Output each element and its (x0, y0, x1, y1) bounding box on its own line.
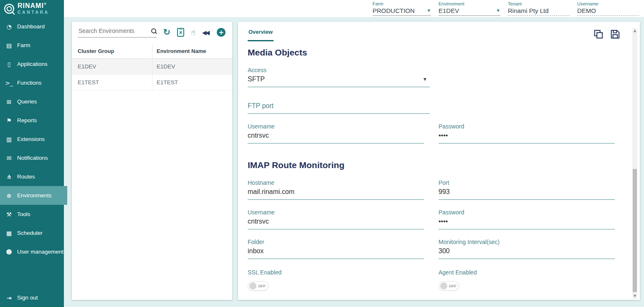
sidebar-item-label: Functions (17, 80, 42, 86)
sidebar-item-label: Extensions (17, 136, 45, 142)
sidebar-item-functions[interactable]: >_ Functions (0, 73, 64, 92)
tenant-label: Tenant (508, 1, 570, 7)
media-password-value: •••• (439, 132, 448, 139)
brand-subname: CANTARA (18, 10, 49, 15)
media-credentials-row: Username cntrsvc Password •••• (248, 114, 615, 143)
sidebar-item-queries[interactable]: ⊞ Queries (0, 92, 64, 111)
sidebar-item-reports[interactable]: ⚑ Reports (0, 111, 64, 130)
rinami-logo-icon (3, 3, 15, 15)
sidebar-item-notifications[interactable]: ✉ Notifications (0, 148, 64, 167)
environments-list-panel: ↻ x ☝ ◀◀ + Cluster Group Environment Nam… (72, 22, 232, 300)
sidebar-item-sign-out[interactable]: ⇥ Sign out (0, 288, 64, 307)
farm-server-icon: ▤ (5, 42, 13, 49)
table-grid-icon: ⊞ (5, 98, 13, 105)
scrollbar-thumb[interactable] (633, 169, 637, 292)
imap-port-label: Port (439, 179, 615, 186)
environment-select[interactable]: Environment E1DEV ▼ (439, 1, 500, 17)
search-input[interactable] (78, 27, 150, 35)
terminal-icon: >_ (5, 80, 13, 86)
select-hand-icon[interactable]: ☝ (191, 29, 195, 36)
users-icon: ☻ (5, 249, 13, 255)
imap-folder-label: Folder (248, 239, 424, 245)
imap-username-value: cntrsvc (248, 218, 269, 225)
wrench-icon: ⚒ (5, 211, 13, 218)
sidebar-item-environments[interactable]: ⊕ Environments (0, 186, 67, 205)
refresh-icon[interactable]: ↻ (163, 28, 171, 37)
media-username-field[interactable]: Username cntrsvc (248, 123, 424, 143)
table-header: Cluster Group Environment Name (72, 44, 232, 59)
imap-credentials-row: Username cntrsvc Password •••• (248, 200, 615, 229)
imap-folder-field[interactable]: Folder inbox (248, 239, 424, 259)
save-floppy-icon (610, 29, 621, 40)
imap-interval-label: Monitoring Interval(sec) (439, 239, 615, 245)
sidebar-item-label: Reports (17, 117, 37, 123)
sidebar-item-dashboard[interactable]: ◔ Dashboard (0, 17, 64, 36)
column-header-environment-name[interactable]: Environment Name (152, 44, 232, 58)
sidebar-item-farm[interactable]: ▤ Farm (0, 36, 64, 55)
imap-host-row: Hostname mail.rinami.com Port 993 (248, 170, 615, 200)
sidebar-item-user-management[interactable]: ☻ User management (0, 242, 64, 261)
collapse-panel-icon[interactable]: ◀◀ (202, 30, 210, 35)
vertical-scrollbar[interactable]: ▲ ▼ (632, 28, 637, 299)
applications-icon: ▯ (5, 61, 13, 68)
imap-password-value: •••• (439, 218, 448, 225)
imap-password-field[interactable]: Password •••• (439, 209, 615, 229)
excel-export-icon[interactable]: x (177, 28, 184, 37)
sidebar-item-label: Queries (17, 98, 37, 105)
registered-mark: ® (44, 2, 47, 6)
agent-enabled-toggle[interactable]: OFF (439, 281, 459, 291)
header-context-fields: Farm PRODUCTION ▼ Environment E1DEV ▼ Te… (373, 0, 644, 17)
sidebar-item-tools[interactable]: ⚒ Tools (0, 205, 64, 224)
cell-cluster-group: E1TEST (72, 75, 152, 90)
sidebar-item-routes[interactable]: ⋔ Routes (0, 167, 64, 186)
detail-tab-bar: Overview (238, 22, 640, 42)
ssl-enabled-toggle[interactable]: OFF (248, 281, 269, 291)
tenant-value: Rinami Pty Ltd (508, 7, 549, 14)
toggle-knob (249, 282, 256, 289)
sidebar-item-label: Environments (17, 192, 52, 199)
tab-overview[interactable]: Overview (248, 29, 274, 41)
access-select-field[interactable]: Access SFTP ▼ (248, 67, 430, 87)
add-environment-button[interactable]: + (217, 28, 226, 37)
search-icon[interactable] (151, 28, 157, 34)
ssl-enabled-label: SSL Enabled (248, 269, 424, 276)
ftp-port-label: FTP port (248, 102, 274, 110)
sidebar-nav: ◔ Dashboard ▤ Farm ▯ Applications >_ Fun… (0, 17, 64, 307)
agent-enabled-label: Agent Enabled (439, 269, 615, 276)
copy-button[interactable] (593, 29, 604, 40)
sidebar-item-applications[interactable]: ▯ Applications (0, 55, 64, 73)
imap-password-label: Password (439, 209, 615, 216)
sidebar-item-scheduler[interactable]: ▦ Scheduler (0, 224, 64, 242)
scroll-down-icon[interactable]: ▼ (632, 294, 637, 298)
media-password-field[interactable]: Password •••• (439, 123, 615, 143)
imap-interval-field[interactable]: Monitoring Interval(sec) 300 (439, 239, 615, 259)
username-value: DEMO (577, 7, 596, 14)
toggle-state-label: OFF (449, 284, 456, 288)
farm-select[interactable]: Farm PRODUCTION ▼ (373, 1, 431, 17)
ftp-port-field[interactable]: FTP port (248, 102, 430, 114)
brand-logo[interactable]: RINAMI® CANTARA (0, 0, 64, 17)
environment-detail-panel: Overview Media Objects Access SFT (238, 22, 640, 300)
imap-port-field[interactable]: Port 993 (439, 179, 615, 200)
agent-enabled-field: Agent Enabled OFF (439, 269, 615, 291)
environment-label: Environment (439, 1, 500, 7)
column-header-cluster-group[interactable]: Cluster Group (72, 44, 152, 58)
imap-port-value: 993 (439, 188, 450, 196)
save-button[interactable] (610, 29, 621, 40)
imap-username-field[interactable]: Username cntrsvc (248, 209, 424, 229)
copy-icon (593, 29, 604, 40)
sidebar-item-label: Scheduler (17, 230, 43, 236)
username-field: Username DEMO (577, 1, 639, 17)
excel-x-glyph: x (179, 30, 182, 35)
table-row[interactable]: E1DEV E1DEV (72, 59, 232, 75)
sidebar-item-label: Applications (17, 61, 48, 67)
scroll-up-icon[interactable]: ▲ (632, 29, 637, 33)
media-password-label: Password (439, 123, 615, 130)
cell-cluster-group: E1DEV (72, 59, 152, 74)
imap-hostname-field[interactable]: Hostname mail.rinami.com (248, 179, 424, 200)
table-row[interactable]: E1TEST E1TEST (72, 75, 232, 91)
search-environments-field[interactable] (78, 27, 157, 38)
farm-value: PRODUCTION (373, 7, 415, 14)
brand-name: RINAMI (18, 2, 44, 9)
sidebar-item-extensions[interactable]: ▥ Extensions (0, 130, 64, 148)
